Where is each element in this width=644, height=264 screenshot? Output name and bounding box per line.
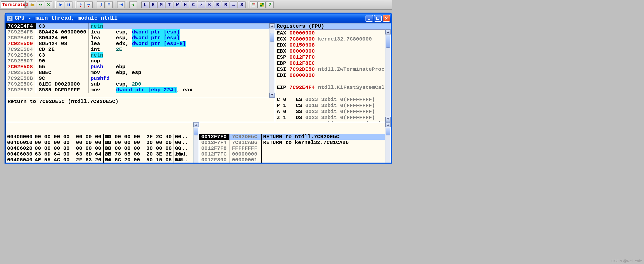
disasm-bytes: C3: [36, 52, 89, 58]
window-button-s[interactable]: S: [238, 1, 246, 8]
grid-icon: [260, 3, 264, 7]
open-button[interactable]: [29, 1, 36, 8]
appearance-button[interactable]: [250, 1, 258, 8]
scroll-up-icon[interactable]: ▲: [193, 122, 199, 127]
scroll-thumb[interactable]: [194, 128, 198, 135]
options-button[interactable]: [258, 1, 266, 8]
register-row[interactable]: ECX 7C800000 kernel32.7C800000: [277, 36, 389, 42]
window-button-e[interactable]: E: [149, 1, 157, 8]
disasm-address: 7C92E500: [6, 41, 36, 47]
window-button-r[interactable]: R: [222, 1, 229, 8]
flag-row[interactable]: P 1 CS 001B 32bit 0(FFFFFFFF): [277, 103, 389, 109]
scroll-thumb[interactable]: [386, 35, 390, 48]
disasm-scrollbar[interactable]: ▲ ▼: [269, 23, 275, 98]
stack-scrollbar[interactable]: ▲ ▼: [385, 122, 391, 163]
window-button-/[interactable]: /: [198, 1, 205, 8]
flag-row[interactable]: C 0 ES 0023 32bit 0(FFFFFFFF): [277, 97, 389, 103]
register-row[interactable]: ESP 0012F7F0: [277, 54, 389, 60]
disasm-row[interactable]: 7C92E4F58DA424 00000000lea esp, dword pt…: [6, 29, 275, 35]
disasm-row[interactable]: 7C92E50855push ebp: [6, 64, 275, 70]
trace-into-button[interactable]: [97, 1, 105, 8]
scroll-thumb[interactable]: [386, 128, 390, 135]
stack-row[interactable]: 0012F7F47C81CAB6RETURN to kernel32.7C81C…: [199, 140, 391, 145]
restart-button[interactable]: [37, 1, 44, 8]
minimize-button[interactable]: [366, 15, 373, 22]
help-button[interactable]: ?: [266, 1, 274, 8]
title-bar[interactable]: C CPU - main thread, module ntdll: [6, 14, 391, 23]
execute-till-return-button[interactable]: [117, 1, 125, 8]
window-button-h[interactable]: H: [182, 1, 189, 8]
disasm-row[interactable]: 7C92E504CD 2Eint 2E: [6, 47, 275, 52]
disassembly-pane[interactable]: 7C92E4F4C3retn7C92E4F58DA424 00000000lea…: [6, 23, 275, 98]
disasm-row[interactable]: 7C92E5008D5424 08lea edx, dword ptr [esp…: [6, 41, 275, 47]
stack-pane[interactable]: 0012F7F07C92DE5CRETURN to ntdll.7C92DE5C…: [199, 122, 391, 163]
disasm-row[interactable]: 7C92E5098BECmov ebp, esp: [6, 70, 275, 76]
dump-row[interactable]: 0040602000 00 00 00 00 00 00 0000 00 00 …: [6, 145, 199, 151]
disasm-address: 7C92E50B: [6, 76, 36, 81]
flag-row[interactable]: A 0 SS 0023 32bit 0(FFFFFFFF): [277, 109, 389, 115]
register-row[interactable]: EBX 00000000: [277, 48, 389, 54]
registers-scrollbar[interactable]: ▲ ▼: [385, 29, 391, 122]
flag-row[interactable]: S 0 FS 003B 32bit 7FFDD000(FFF): [277, 121, 389, 122]
disasm-row[interactable]: 7C92E5128985 DCFDFFFFmov dword ptr [ebp-…: [6, 87, 275, 93]
scroll-thumb[interactable]: [270, 33, 274, 42]
scroll-down-icon[interactable]: ▼: [269, 93, 275, 98]
dump-address: 00406000: [6, 134, 33, 140]
register-row[interactable]: EAX 00000000: [277, 30, 389, 36]
scroll-down-icon[interactable]: ▼: [385, 117, 391, 122]
dump-row[interactable]: 0040603063 6D 64 00 63 6D 64 2E65 78 65 …: [6, 151, 199, 157]
disasm-row[interactable]: 7C92E50C81EC D0020000sub esp, 2D0: [6, 81, 275, 87]
window-button-l[interactable]: L: [141, 1, 149, 8]
question-icon: ?: [268, 2, 271, 8]
window-button-w[interactable]: W: [174, 1, 181, 8]
step-into-button[interactable]: [77, 1, 85, 8]
dump-row[interactable]: 0040600000 00 00 00 00 00 00 0000 00 00 …: [6, 134, 199, 140]
window-button-c[interactable]: C: [190, 1, 197, 8]
dump-row[interactable]: 004060404E 55 4C 00 2F 63 20 6465 6C 20 …: [6, 157, 199, 163]
disasm-bytes: 8985 DCFDFFFF: [36, 87, 89, 93]
window-button-t[interactable]: T: [166, 1, 173, 8]
disasm-row[interactable]: 7C92E506C3retn: [6, 52, 275, 58]
hex-dump-pane[interactable]: 0040600000 00 00 00 00 00 00 0000 00 00 …: [6, 122, 199, 163]
pause-button[interactable]: [65, 1, 72, 8]
goto-button[interactable]: [129, 1, 137, 8]
stack-row[interactable]: 0012F7F07C92DE5CRETURN to ntdll.7C92DE5C: [199, 134, 391, 140]
disasm-row[interactable]: 7C92E4F4C3retn: [6, 23, 275, 29]
stack-row[interactable]: 0012F7F8FFFFFFFF: [199, 145, 391, 151]
disasm-row[interactable]: 7C92E50790nop: [6, 58, 275, 64]
run-button[interactable]: [57, 1, 64, 8]
stack-comment: [262, 145, 391, 151]
stack-row[interactable]: 0012F7FC00000000: [199, 151, 391, 157]
window-button-…[interactable]: …: [230, 1, 237, 8]
scroll-up-icon[interactable]: ▲: [385, 122, 391, 127]
watermark: CSDN @Neil-Yale: [611, 259, 642, 263]
close-window-button[interactable]: [383, 15, 390, 22]
scroll-up-icon[interactable]: ▲: [385, 29, 391, 34]
stack-row[interactable]: 0012F80000000001: [199, 157, 391, 163]
svg-rect-10: [253, 6, 255, 6]
register-row[interactable]: ESI 7C92DE50 ntdll.ZwTerminateProcess: [277, 66, 389, 72]
maximize-button[interactable]: [374, 15, 382, 22]
register-eip[interactable]: EIP 7C92E4F4 ntdll.KiFastSystemCallRe: [277, 85, 389, 91]
disasm-row[interactable]: 7C92E50B9Cpushfd: [6, 76, 275, 81]
stack-address: 0012F800: [199, 157, 229, 163]
registers-pane[interactable]: Registers (FPU) EAX 00000000ECX 7C800000…: [275, 23, 391, 122]
disasm-bytes: CD 2E: [36, 47, 89, 52]
register-row[interactable]: EDX 00150608: [277, 42, 389, 48]
dump-scrollbar[interactable]: ▲ ▼: [193, 122, 199, 163]
close-program-button[interactable]: [45, 1, 52, 8]
dump-hex: 00 00 00 00 00 00 00 00: [33, 134, 104, 140]
window-button-b[interactable]: B: [214, 1, 221, 8]
dump-row[interactable]: 0040601000 00 00 00 00 00 00 0000 00 00 …: [6, 140, 199, 145]
window-button-m[interactable]: M: [157, 1, 165, 8]
step-over-button[interactable]: [85, 1, 93, 8]
trace-over-button[interactable]: [105, 1, 113, 8]
register-row[interactable]: EDI 00000000: [277, 72, 389, 79]
scroll-up-icon[interactable]: ▲: [269, 23, 275, 28]
register-row[interactable]: EBP 0012F8EC: [277, 60, 389, 66]
disasm-address: 7C92E508: [6, 64, 36, 70]
disasm-row[interactable]: 7C92E4FC8D6424 00lea esp, dword ptr [esp…: [6, 35, 275, 41]
flag-row[interactable]: Z 1 DS 0023 32bit 0(FFFFFFFF): [277, 115, 389, 121]
dump-address: 00406020: [6, 145, 33, 151]
window-button-k[interactable]: K: [206, 1, 213, 8]
